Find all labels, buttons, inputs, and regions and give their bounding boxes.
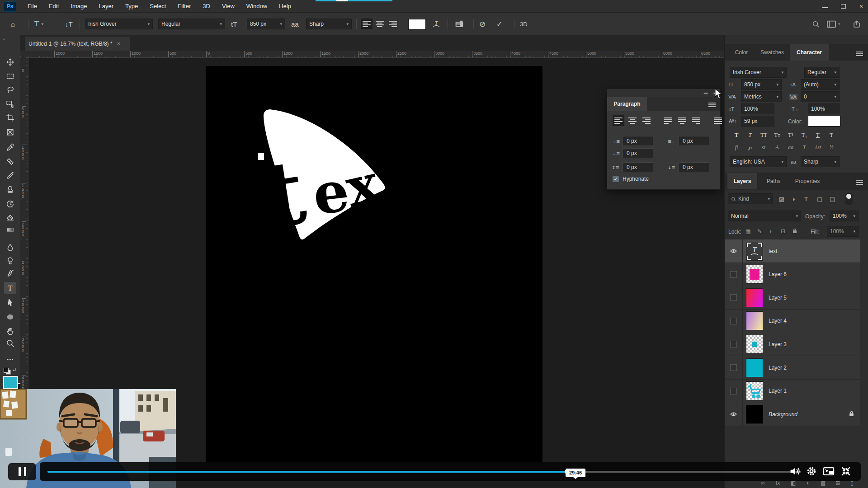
- tool-move[interactable]: [4, 56, 16, 68]
- restore-button[interactable]: [840, 4, 846, 9]
- tab-character[interactable]: Character: [790, 44, 829, 61]
- tool-pen[interactable]: [4, 267, 16, 279]
- layer-thumbnail[interactable]: [746, 335, 763, 354]
- visibility-eye-icon[interactable]: [725, 403, 743, 426]
- tool-blur[interactable]: [4, 241, 16, 253]
- filter-image-icon[interactable]: ▨: [779, 196, 784, 202]
- mini-player-icon[interactable]: [823, 466, 835, 477]
- volume-icon[interactable]: [789, 466, 801, 477]
- space-before-field[interactable]: ↥≣ 0 px: [612, 162, 653, 172]
- visibility-toggle-empty[interactable]: [725, 263, 743, 286]
- video-progress-bar[interactable]: 29:46: [40, 462, 861, 481]
- subscript-button[interactable]: T₁: [799, 131, 810, 140]
- link-layers-icon[interactable]: ∞: [761, 480, 765, 486]
- visibility-toggle-empty[interactable]: [725, 286, 743, 309]
- strikethrough-button[interactable]: T: [826, 131, 837, 140]
- contextual-alternates-button[interactable]: aa: [785, 143, 796, 152]
- menu-edit[interactable]: Edit: [43, 3, 65, 9]
- char-aa-select[interactable]: Sharp▾: [801, 156, 840, 167]
- type-tool-preset-icon[interactable]: T ▾: [34, 13, 43, 35]
- layer-name[interactable]: Layer 1: [769, 388, 860, 394]
- blend-mode-select[interactable]: Normal▾: [728, 211, 801, 221]
- menu-image[interactable]: Image: [65, 3, 93, 9]
- space-after-field[interactable]: ↧≣ 0 px: [668, 162, 709, 172]
- tab-paths[interactable]: Paths: [761, 173, 786, 189]
- ordinals-button[interactable]: 1st: [812, 143, 823, 152]
- layer-row-background[interactable]: Background: [725, 403, 860, 426]
- align-center-button[interactable]: [374, 19, 386, 29]
- workspace-icon[interactable]: ▾: [826, 13, 840, 35]
- layer-thumbnail[interactable]: [746, 265, 763, 284]
- layer-name[interactable]: Layer 2: [769, 365, 860, 371]
- layer-row-layer-3[interactable]: Layer 3: [725, 333, 860, 356]
- visibility-toggle-empty[interactable]: [725, 310, 743, 333]
- para-justify-last-right-button[interactable]: [690, 115, 702, 126]
- layer-name[interactable]: Layer 4: [769, 318, 860, 324]
- tab-properties[interactable]: Properties: [788, 173, 827, 189]
- warp-text-icon[interactable]: T: [431, 13, 441, 35]
- align-right-button[interactable]: [387, 19, 399, 29]
- foreground-color-swatch[interactable]: [3, 376, 18, 389]
- seek-track[interactable]: 29:46: [47, 471, 801, 473]
- layer-thumbnail[interactable]: T: [746, 242, 763, 261]
- text-orientation-icon[interactable]: ↓T: [65, 13, 73, 35]
- filter-toggle[interactable]: [845, 192, 853, 205]
- visibility-toggle-empty[interactable]: [725, 333, 743, 356]
- char-color-swatch[interactable]: [808, 116, 840, 127]
- tool-type[interactable]: T: [4, 282, 16, 294]
- char-font-family-select[interactable]: Irish Grover▾: [730, 67, 787, 78]
- layer-thumbnail[interactable]: [746, 381, 763, 400]
- lock-position-icon[interactable]: +: [769, 228, 772, 235]
- layer-thumbnail[interactable]: [746, 405, 763, 424]
- layer-name[interactable]: Layer 6: [769, 271, 860, 277]
- tool-frame[interactable]: [4, 126, 16, 138]
- layer-mask-icon[interactable]: ◧: [791, 480, 796, 486]
- tool-history-brush[interactable]: [4, 198, 16, 210]
- first-line-indent-field[interactable]: →≣ 0 px: [612, 148, 653, 158]
- font-family-select[interactable]: Irish Grover▾: [85, 19, 153, 29]
- fill-field[interactable]: 100%▾: [827, 226, 859, 237]
- menu-help[interactable]: Help: [273, 3, 297, 9]
- char-font-style-select[interactable]: Regular▾: [804, 67, 840, 78]
- tool-eyedropper[interactable]: [4, 141, 16, 153]
- tab-color[interactable]: Color: [728, 44, 755, 61]
- home-icon[interactable]: ⌂: [11, 13, 15, 35]
- layer-name[interactable]: text: [769, 248, 860, 254]
- exit-fullscreen-icon[interactable]: [840, 466, 852, 477]
- layer-group-icon[interactable]: ▤: [821, 480, 826, 486]
- small-caps-button[interactable]: Tт: [772, 131, 783, 140]
- visibility-toggle-empty[interactable]: [725, 380, 743, 403]
- tab-swatches[interactable]: Swatches: [755, 44, 790, 61]
- tool-hand[interactable]: [4, 325, 16, 337]
- filter-smart-object-icon[interactable]: ▤: [830, 196, 835, 202]
- faux-bold-button[interactable]: T: [731, 131, 742, 140]
- document-tab-close-icon[interactable]: ×: [117, 40, 121, 47]
- layer-thumbnail[interactable]: [746, 311, 763, 330]
- default-colors-icon[interactable]: ⇄: [4, 366, 17, 373]
- tool-gradient[interactable]: [4, 224, 16, 235]
- layer-row-text[interactable]: Ttext: [725, 239, 860, 263]
- menu-file[interactable]: File: [22, 3, 43, 9]
- close-button[interactable]: ×: [858, 4, 864, 9]
- collapse-panel-icon[interactable]: ◂◂: [703, 91, 708, 95]
- para-justify-last-center-button[interactable]: [676, 115, 688, 126]
- minimize-button[interactable]: [822, 4, 828, 9]
- lock-all-icon[interactable]: [793, 228, 797, 235]
- pause-button[interactable]: [8, 463, 36, 480]
- layer-filter-kind-select[interactable]: Kind▾: [728, 193, 773, 204]
- new-layer-icon[interactable]: ⊞: [835, 480, 840, 486]
- menu-filter[interactable]: Filter: [172, 3, 197, 9]
- menu-window[interactable]: Window: [241, 3, 273, 9]
- tab-paragraph[interactable]: Paragraph: [607, 97, 647, 111]
- align-left-button[interactable]: [361, 19, 373, 29]
- layer-row-layer-4[interactable]: Layer 4: [725, 310, 860, 333]
- 3d-button[interactable]: 3D: [520, 13, 528, 35]
- layer-row-layer-1[interactable]: Layer 1: [725, 380, 860, 403]
- discretionary-ligatures-button[interactable]: st: [758, 143, 769, 152]
- layer-row-layer-6[interactable]: Layer 6: [725, 263, 860, 286]
- char-vertical-scale-field[interactable]: 100%: [741, 103, 774, 114]
- indent-left-field[interactable]: →≣ 0 px: [612, 136, 653, 146]
- para-justify-last-left-button[interactable]: [662, 115, 674, 126]
- panel-menu-icon[interactable]: [708, 102, 716, 108]
- visibility-eye-icon[interactable]: [725, 239, 743, 263]
